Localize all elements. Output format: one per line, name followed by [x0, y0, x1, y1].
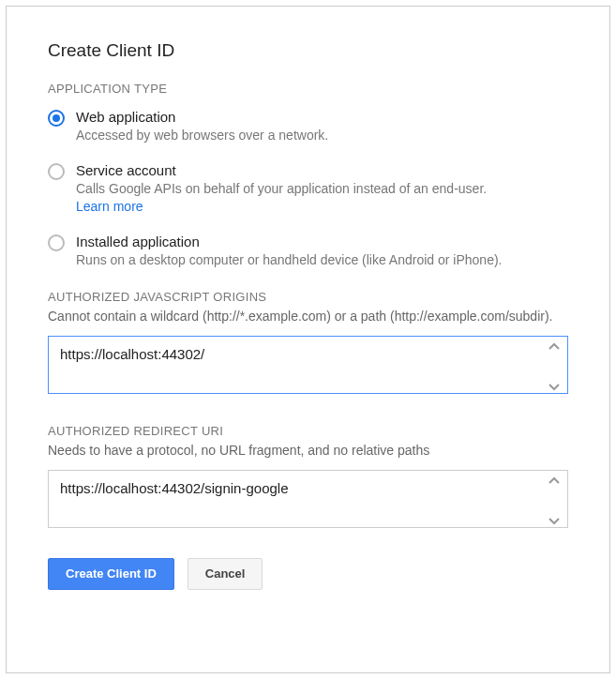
radio-description: Runs on a desktop computer or handheld d…	[76, 251, 568, 270]
radio-unselected-icon	[48, 163, 65, 180]
redirect-uri-label: AUTHORIZED REDIRECT URI	[48, 424, 568, 438]
radio-selected-icon	[48, 110, 65, 127]
radio-unselected-icon	[48, 234, 65, 251]
redirect-uri-input[interactable]	[48, 470, 568, 528]
chevron-up-icon	[548, 341, 561, 351]
radio-label: Web application	[76, 109, 568, 125]
dialog-title: Create Client ID	[48, 40, 568, 61]
spinner-control[interactable]	[548, 475, 563, 526]
radio-description: Calls Google APIs on behalf of your appl…	[76, 180, 568, 217]
create-client-id-button[interactable]: Create Client ID	[48, 558, 174, 590]
radio-label: Installed application	[76, 234, 568, 249]
create-client-id-dialog: Create Client ID APPLICATION TYPE Web ap…	[6, 6, 610, 673]
application-type-group: Web application Accessed by web browsers…	[48, 109, 568, 269]
js-origins-label: AUTHORIZED JAVASCRIPT ORIGINS	[48, 290, 568, 304]
learn-more-link[interactable]: Learn more	[76, 199, 143, 214]
chevron-up-icon	[548, 475, 561, 485]
chevron-down-icon	[548, 383, 561, 392]
radio-installed-application[interactable]: Installed application Runs on a desktop …	[48, 234, 568, 270]
radio-service-account[interactable]: Service account Calls Google APIs on beh…	[48, 162, 568, 217]
js-origins-input[interactable]	[48, 336, 568, 394]
chevron-down-icon	[548, 517, 561, 526]
radio-description: Accessed by web browsers over a network.	[76, 127, 568, 145]
cancel-button[interactable]: Cancel	[188, 558, 263, 590]
js-origins-help: Cannot contain a wildcard (http://*.exam…	[48, 308, 568, 326]
redirect-uri-help: Needs to have a protocol, no URL fragmen…	[48, 442, 568, 460]
js-origins-section: AUTHORIZED JAVASCRIPT ORIGINS Cannot con…	[48, 290, 568, 398]
radio-label: Service account	[76, 162, 568, 178]
spinner-control[interactable]	[548, 341, 563, 392]
application-type-label: APPLICATION TYPE	[48, 82, 568, 96]
button-row: Create Client ID Cancel	[48, 558, 568, 590]
radio-web-application[interactable]: Web application Accessed by web browsers…	[48, 109, 568, 145]
redirect-uri-section: AUTHORIZED REDIRECT URI Needs to have a …	[48, 424, 568, 532]
